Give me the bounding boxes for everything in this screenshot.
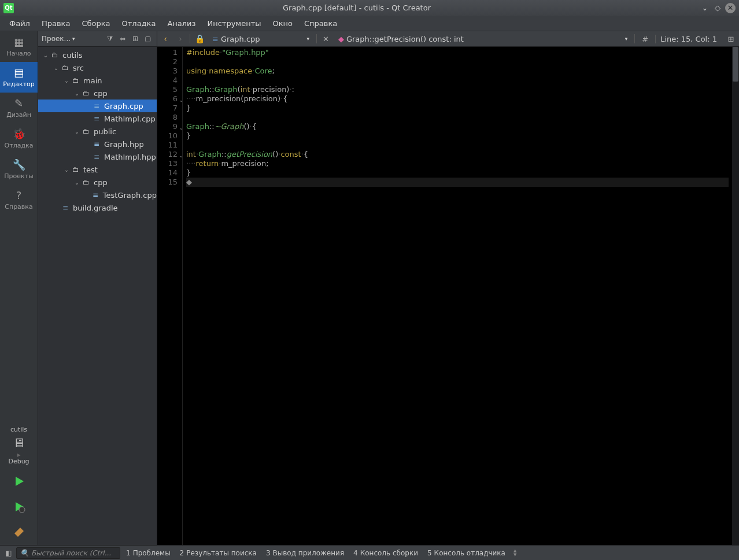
- tree-folder[interactable]: ⌄🗀public: [38, 125, 157, 138]
- expand-arrow-icon[interactable]: ⌄: [42, 52, 50, 58]
- mode-design[interactable]: ✎ Дизайн: [0, 93, 38, 123]
- output-pane-tab[interactable]: 4Консоль сборки: [349, 549, 423, 557]
- tree-label: public: [94, 127, 116, 136]
- kit-config: Debug: [8, 458, 29, 465]
- close-sidebar-button[interactable]: ▢: [143, 34, 153, 44]
- mode-welcome[interactable]: ▦ Начало: [0, 31, 38, 62]
- line-gutter[interactable]: 123456⌄789⌄101112⌄131415: [157, 47, 183, 545]
- menubar: Файл Правка Сборка Отладка Анализ Инстру…: [0, 16, 739, 31]
- mode-editor[interactable]: ▤ Редактор: [0, 62, 38, 93]
- tree-folder[interactable]: ⌄🗀cutils: [38, 49, 157, 61]
- folder-icon: 🗀: [71, 165, 81, 174]
- mode-projects[interactable]: 🔧 Проекты: [0, 154, 38, 185]
- link-button[interactable]: ⇔: [117, 34, 128, 44]
- tree-folder[interactable]: ⌄🗀src: [38, 61, 157, 74]
- tree-file[interactable]: ≡MathImpl.cpp: [38, 112, 157, 125]
- expand-arrow-icon[interactable]: ⌄: [73, 179, 81, 186]
- maximize-button[interactable]: ◇: [712, 3, 723, 13]
- file-icon: ≡: [60, 204, 71, 212]
- vertical-scrollbar[interactable]: [732, 47, 739, 545]
- tree-label: cpp: [94, 178, 108, 187]
- nav-back-button[interactable]: ‹: [160, 34, 171, 43]
- output-pane-tab[interactable]: 5Консоль отладчика: [423, 549, 510, 557]
- tree-file[interactable]: ≡MathImpl.hpp: [38, 150, 157, 163]
- sidebar-view-selector[interactable]: Проек... ▾: [42, 35, 102, 43]
- qt-logo-icon: Qt: [3, 3, 14, 13]
- output-pane-tab[interactable]: 1Проблемы: [121, 549, 175, 557]
- sidebar: Проек... ▾ ⧩ ⇔ ⊞ ▢ ⌄🗀cutils⌄🗀src⌄🗀main⌄🗀…: [38, 31, 157, 545]
- menu-tools[interactable]: Инструменты: [201, 17, 267, 30]
- tree-file[interactable]: ≡TestGraph.cpp: [38, 189, 157, 201]
- lock-button[interactable]: 🔒: [194, 34, 205, 43]
- sidebar-icon: ◧: [5, 549, 12, 557]
- chevron-down-icon: ▾: [72, 36, 75, 42]
- tree-label: MathImpl.cpp: [104, 115, 156, 123]
- menu-help[interactable]: Справка: [298, 17, 343, 30]
- tree-label: Graph.hpp: [104, 140, 144, 149]
- mode-debug[interactable]: 🐞 Отладка: [0, 123, 38, 154]
- line-col-indicator[interactable]: Line: 15, Col: 1: [655, 35, 722, 43]
- editor-body[interactable]: 123456⌄789⌄101112⌄131415 #include·"Graph…: [157, 47, 739, 545]
- tree-file[interactable]: ≡build.gradle: [38, 201, 157, 214]
- symbol-name: Graph::getPrecision() const: int: [346, 35, 464, 43]
- build-button[interactable]: [0, 520, 38, 545]
- filter-button[interactable]: ⧩: [105, 34, 115, 44]
- kit-selector[interactable]: cutils 🖥 ▶ Debug: [0, 422, 38, 469]
- search-icon: 🔍: [20, 549, 29, 557]
- grid-icon: ▦: [14, 36, 24, 48]
- expand-arrow-icon[interactable]: ⌄: [62, 78, 71, 84]
- nav-forward-button[interactable]: ›: [175, 34, 186, 43]
- help-icon: ?: [16, 189, 22, 201]
- titlebar: Qt Graph.cpp [default] - cutils - Qt Cre…: [0, 0, 739, 16]
- scrollbar-thumb[interactable]: [733, 47, 738, 82]
- code-content[interactable]: #include·"Graph.hpp"using·namespace·Core…: [183, 47, 732, 545]
- file-name: Graph.cpp: [221, 35, 260, 43]
- hash-icon: #: [638, 35, 652, 43]
- close-file-button[interactable]: ✕: [320, 35, 331, 43]
- file-icon: ≡: [91, 140, 102, 148]
- tree-label: cpp: [94, 89, 108, 98]
- mode-label: Справка: [5, 203, 32, 211]
- split-editor-button[interactable]: ⊞: [725, 35, 737, 43]
- expand-arrow-icon[interactable]: ⌄: [62, 167, 71, 173]
- expand-arrow-icon[interactable]: ⌄: [73, 90, 81, 97]
- tree-folder[interactable]: ⌄🗀main: [38, 74, 157, 87]
- file-selector[interactable]: ≡ Graph.cpp ▾: [209, 34, 313, 45]
- menu-analyze[interactable]: Анализ: [161, 17, 201, 30]
- mode-label: Отладка: [5, 142, 34, 149]
- pane-nav[interactable]: ▲▼: [511, 549, 519, 557]
- tree-file[interactable]: ≡Graph.hpp: [38, 138, 157, 150]
- expand-arrow-icon[interactable]: ⌄: [52, 65, 60, 71]
- run-debug-button[interactable]: [0, 494, 38, 520]
- menu-build[interactable]: Сборка: [76, 17, 116, 30]
- project-tree[interactable]: ⌄🗀cutils⌄🗀src⌄🗀main⌄🗀cpp≡Graph.cpp≡MathI…: [38, 47, 157, 545]
- split-sidebar-button[interactable]: ⊞: [130, 34, 141, 44]
- project-icon: 🗀: [50, 51, 60, 59]
- chevron-down-icon: ▾: [306, 36, 309, 42]
- output-pane-tab[interactable]: 3Вывод приложения: [261, 549, 349, 557]
- tree-file[interactable]: ≡Graph.cpp: [38, 100, 157, 112]
- folder-icon: 🗀: [71, 76, 81, 84]
- tree-label: build.gradle: [73, 204, 118, 212]
- run-button[interactable]: [0, 469, 38, 494]
- menu-file[interactable]: Файл: [3, 17, 36, 30]
- tree-folder[interactable]: ⌄🗀test: [38, 163, 157, 176]
- tree-folder[interactable]: ⌄🗀cpp: [38, 176, 157, 189]
- window-title: Graph.cpp [default] - cutils - Qt Creato…: [14, 3, 700, 12]
- minimize-button[interactable]: ⌄: [700, 3, 710, 13]
- menu-debug[interactable]: Отладка: [116, 17, 162, 30]
- lock-icon: 🔒: [195, 34, 205, 43]
- tree-folder[interactable]: ⌄🗀cpp: [38, 87, 157, 100]
- editor-toolbar: ‹ › 🔒 ≡ Graph.cpp ▾ ✕ ◆ Graph::getPrecis…: [157, 31, 739, 47]
- symbol-selector[interactable]: ◆ Graph::getPrecision() const: int ▾: [335, 34, 631, 45]
- menu-window[interactable]: Окно: [267, 17, 298, 30]
- menu-edit[interactable]: Правка: [36, 17, 76, 30]
- expand-arrow-icon[interactable]: ⌄: [73, 128, 81, 135]
- locator-input[interactable]: 🔍 Быстрый поиск (Ctrl...: [16, 547, 120, 559]
- close-button[interactable]: ✕: [725, 3, 736, 13]
- sidebar-view-label: Проек...: [42, 35, 71, 43]
- toggle-sidebar-button[interactable]: ◧: [2, 547, 15, 559]
- output-pane-tab[interactable]: 2Результаты поиска: [175, 549, 261, 557]
- mode-help[interactable]: ? Справка: [0, 185, 38, 215]
- folder-icon: 🗀: [81, 89, 91, 97]
